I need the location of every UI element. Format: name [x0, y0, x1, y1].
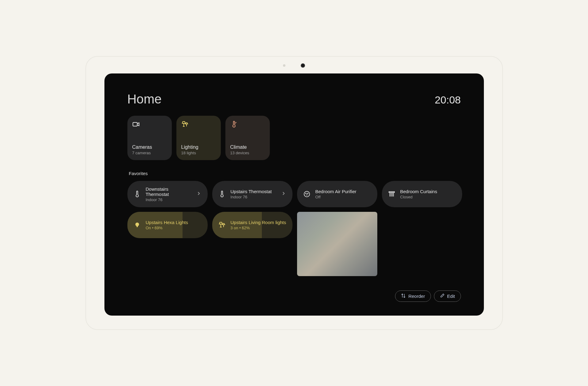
favorites-label: Favorites	[129, 171, 461, 176]
edit-button[interactable]: Edit	[434, 290, 461, 302]
svg-rect-8	[137, 226, 138, 227]
fav-downstairs-thermostat[interactable]: Downstairs Thermostat Indoor 76	[127, 181, 208, 207]
svg-point-7	[135, 223, 139, 226]
page-title: Home	[127, 92, 162, 107]
thermostat-icon	[230, 121, 238, 128]
footer-actions: Reorder Edit	[395, 290, 461, 302]
svg-point-4	[306, 193, 306, 194]
svg-rect-0	[133, 122, 137, 126]
category-name: Lighting	[181, 144, 216, 150]
chevron-right-icon	[281, 191, 286, 197]
fav-name: Upstairs Hexa Lights	[146, 220, 188, 225]
fav-upstairs-hexa-lights[interactable]: Upstairs Hexa Lights On • 69%	[127, 212, 208, 238]
camera-bar	[283, 63, 305, 68]
fav-sub: 3 on • 62%	[231, 226, 286, 230]
category-cameras[interactable]: Cameras 7 cameras	[127, 116, 172, 160]
outlet-icon	[303, 190, 311, 198]
fav-name: Upstairs Living Room lights	[231, 220, 286, 225]
fav-sub: Indoor 76	[231, 195, 272, 199]
category-name: Cameras	[132, 144, 167, 150]
fav-name: Bedroom Curtains	[400, 189, 437, 194]
fav-upstairs-thermostat[interactable]: Upstairs Thermostat Indoor 76	[212, 181, 292, 207]
lamps-icon	[181, 121, 189, 128]
category-sub: 13 devices	[230, 151, 265, 155]
reorder-icon	[401, 293, 406, 299]
fav-upstairs-living-room-lights[interactable]: Upstairs Living Room lights 3 on • 62%	[212, 212, 292, 238]
reorder-button[interactable]: Reorder	[395, 290, 431, 302]
fav-sub: On • 69%	[146, 226, 188, 230]
svg-point-3	[304, 191, 310, 197]
tablet-frame: Home 20:08 Cameras 7 cameras Lighting	[85, 56, 503, 330]
sensor-dot	[283, 64, 285, 67]
category-lighting[interactable]: Lighting 18 lights	[176, 116, 221, 160]
fav-camera-feed[interactable]	[297, 212, 377, 276]
fav-name: Downstairs Thermostat	[146, 186, 191, 197]
lamps-icon	[218, 221, 226, 229]
category-sub: 18 lights	[181, 151, 216, 155]
category-sub: 7 cameras	[132, 151, 167, 155]
category-climate[interactable]: Climate 13 devices	[225, 116, 270, 160]
edit-icon	[440, 293, 445, 299]
clock: 20:08	[435, 94, 461, 106]
thermometer-icon	[218, 190, 226, 198]
categories-row: Cameras 7 cameras Lighting 18 lights	[127, 116, 461, 160]
svg-point-5	[307, 193, 308, 194]
bulb-icon	[134, 221, 141, 229]
edit-label: Edit	[447, 294, 455, 299]
camera-dot	[301, 63, 305, 68]
favorites-grid: Downstairs Thermostat Indoor 76 Upstairs…	[127, 181, 461, 269]
svg-rect-6	[389, 192, 394, 193]
fav-name: Bedroom Air Purifier	[315, 189, 356, 194]
fav-bedroom-air-purifier[interactable]: Bedroom Air Purifier Off	[297, 181, 377, 207]
thermometer-icon	[134, 190, 141, 198]
fav-sub: Off	[315, 195, 356, 199]
videocam-icon	[132, 121, 140, 128]
chevron-right-icon	[196, 191, 202, 197]
category-name: Climate	[230, 144, 265, 150]
fav-name: Upstairs Thermostat	[231, 189, 272, 194]
header: Home 20:08	[127, 92, 461, 107]
reorder-label: Reorder	[408, 294, 425, 299]
fav-sub: Closed	[400, 195, 437, 199]
curtains-icon	[388, 190, 395, 198]
fav-sub: Indoor 76	[146, 197, 191, 202]
fav-bedroom-curtains[interactable]: Bedroom Curtains Closed	[382, 181, 462, 207]
screen: Home 20:08 Cameras 7 cameras Lighting	[104, 73, 484, 316]
